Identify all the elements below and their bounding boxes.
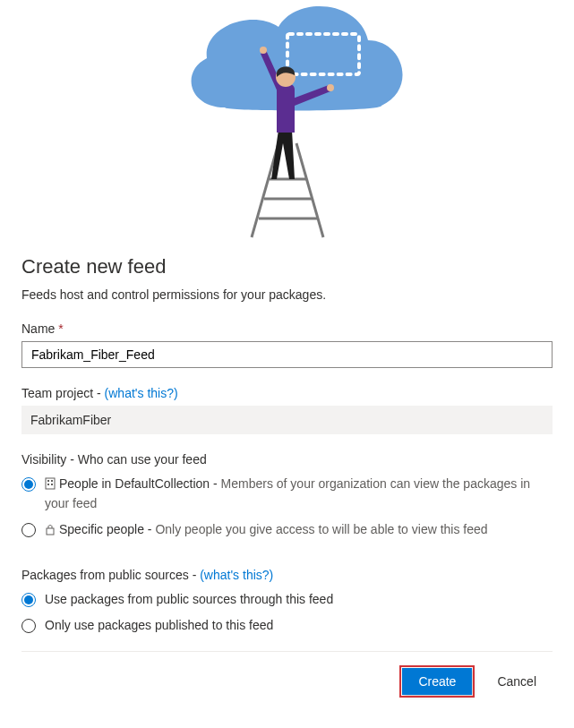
option-label: Use packages from public sources through… [45,591,553,609]
option-desc: Only people you give access to will be a… [155,522,487,536]
radio-button[interactable] [21,619,36,633]
svg-rect-10 [47,480,49,482]
visibility-option-collection[interactable]: People in DefaultCollection - Members of… [21,475,553,512]
option-title: People in DefaultCollection - [59,476,221,491]
sources-option-published[interactable]: Only use packages published to this feed [21,617,553,635]
sources-help-link[interactable]: (what's this?) [200,568,273,582]
required-marker: * [58,321,63,336]
visibility-section-label: Visibility - Who can use your feed [21,452,553,467]
team-project-value: FabrikamFiber [21,406,553,434]
svg-rect-13 [51,484,53,485]
cancel-button[interactable]: Cancel [481,668,553,695]
name-label: Name * [21,321,553,336]
radio-button[interactable] [21,593,36,607]
hero-illustration [21,0,553,244]
page-title: Create new feed [21,255,553,278]
dialog-actions: Create Cancel [21,668,553,695]
page-subtitle: Feeds host and control permissions for y… [21,287,553,302]
divider [21,651,553,652]
team-project-help-link[interactable]: (what's this?) [105,386,178,400]
create-button[interactable]: Create [402,668,472,695]
svg-point-6 [260,47,267,54]
svg-rect-11 [51,480,53,482]
radio-button[interactable] [21,523,36,537]
organization-icon [45,477,56,495]
option-title: Specific people - [59,522,155,536]
svg-line-2 [296,143,323,237]
svg-rect-9 [46,478,55,489]
svg-rect-12 [47,484,49,485]
svg-point-7 [327,84,334,91]
svg-rect-14 [47,528,54,535]
radio-button[interactable] [21,477,36,492]
visibility-option-specific[interactable]: Specific people - Only people you give a… [21,521,553,541]
lock-icon [45,523,56,541]
sources-section-label: Packages from public sources - (what's t… [21,568,553,582]
team-project-label: Team project - (what's this?) [21,386,553,400]
name-input[interactable] [21,341,553,368]
option-label: Only use packages published to this feed [45,617,553,635]
svg-line-1 [252,143,278,237]
sources-option-public[interactable]: Use packages from public sources through… [21,591,553,609]
cloud-person-illustration [153,0,422,242]
